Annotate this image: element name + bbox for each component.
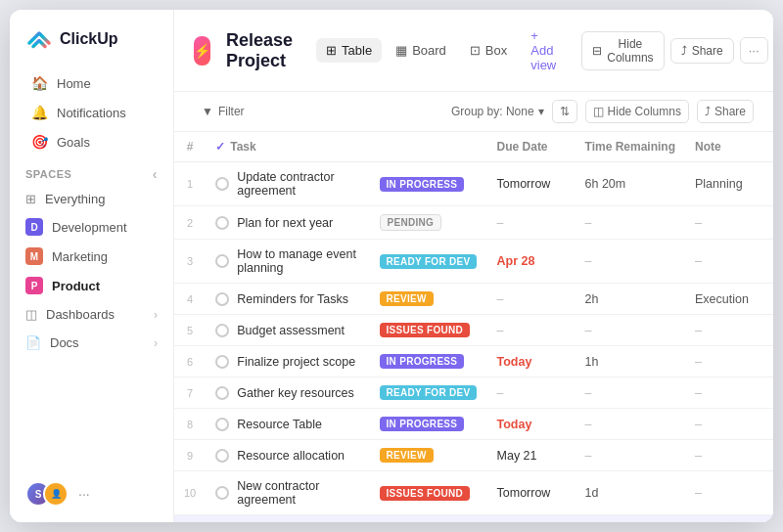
sort-button[interactable]: ⇅	[552, 100, 577, 123]
view-tabs: ⊞ Table ▦ Board ⊡ Box + Add view	[316, 23, 566, 77]
avatar-more[interactable]: ···	[78, 486, 90, 502]
spaces-collapse-icon[interactable]: ‹	[153, 166, 158, 182]
task-checkbox[interactable]	[215, 292, 229, 306]
hide-columns-button[interactable]: ⊟ Hide Columns	[581, 31, 664, 70]
row-num: 9	[174, 440, 206, 471]
row-time-remaining: –	[576, 240, 685, 284]
sidebar-item-marketing[interactable]: M Marketing	[10, 242, 173, 271]
table-row[interactable]: 1 Update contractor agreement IN PROGRES…	[174, 162, 773, 206]
share-button[interactable]: ⤴ Share	[670, 38, 734, 64]
row-due-date: May 21	[487, 440, 576, 471]
task-checkbox[interactable]	[215, 216, 229, 230]
row-time-remaining: –	[576, 206, 685, 240]
task-checkbox[interactable]	[215, 254, 229, 268]
col-time-remaining: Time Remaining	[576, 132, 685, 162]
tab-table[interactable]: ⊞ Table	[316, 38, 382, 63]
avatar-2: 👤	[43, 481, 69, 507]
task-checkbox[interactable]	[215, 418, 229, 431]
note-value: –	[695, 355, 702, 369]
row-due-date: Apr 28	[487, 240, 576, 284]
col-status	[370, 132, 487, 162]
filter-label: Filter	[218, 105, 245, 118]
note-value: –	[695, 254, 702, 268]
row-task-name: Update key objectives	[206, 515, 369, 523]
sidebar-item-product[interactable]: P Product	[10, 271, 173, 300]
group-by-button[interactable]: Group by: None ▾	[451, 105, 544, 118]
note-value: –	[695, 486, 702, 500]
row-time-remaining: 1h	[576, 346, 685, 377]
due-date-value: –	[497, 292, 504, 306]
row-num: 4	[174, 284, 206, 315]
task-checkbox[interactable]	[215, 355, 229, 369]
table-row[interactable]: 6 Finalize project scope IN PROGRESS Tod…	[174, 346, 773, 377]
table-row[interactable]: 10 New contractor agreement ISSUES FOUND…	[174, 471, 773, 515]
hide-columns-toolbar-button[interactable]: ◫ Hide Columns	[585, 100, 689, 123]
board-icon: ▦	[395, 43, 407, 58]
row-num: 3	[174, 240, 206, 284]
task-name-text: New contractor agreement	[237, 479, 359, 507]
time-value: 1d	[585, 486, 599, 500]
row-time-remaining: 6h 20m	[576, 162, 685, 206]
sidebar-item-everything[interactable]: ⊞ Everything	[10, 186, 173, 212]
task-checkbox[interactable]	[215, 486, 229, 500]
table-row[interactable]: 8 Resource Table IN PROGRESS Today – –	[174, 409, 773, 440]
status-badge: READY FOR DEV	[380, 385, 478, 400]
due-date-value: –	[497, 216, 504, 230]
table-icon: ⊞	[326, 43, 337, 58]
check-icon: ✓	[215, 140, 225, 154]
table-row[interactable]: 3 How to manage event planning READY FOR…	[174, 240, 773, 284]
filter-button[interactable]: ▼ Filter	[194, 101, 253, 122]
task-checkbox[interactable]	[215, 449, 229, 463]
tab-box[interactable]: ⊡ Box	[460, 38, 517, 63]
time-value: –	[585, 449, 592, 463]
row-time-remaining: –	[576, 315, 685, 346]
app-window: ClickUp 🏠 Home 🔔 Notifications 🎯 Goals S…	[10, 10, 773, 522]
row-num: 10	[174, 471, 206, 515]
task-checkbox[interactable]	[215, 324, 229, 337]
task-checkbox[interactable]	[215, 386, 229, 400]
status-badge: IN PROGRESS	[380, 177, 465, 192]
row-due-date: Today	[487, 409, 576, 440]
table-row[interactable]: 4 Reminders for Tasks REVIEW – 2h Execut…	[174, 284, 773, 315]
row-due-date: –	[487, 515, 576, 523]
add-view-label: + Add view	[530, 28, 556, 72]
hide-icon: ◫	[593, 105, 604, 118]
task-name-text: How to manage event planning	[237, 247, 359, 275]
table-row[interactable]: 7 Gather key resources READY FOR DEV – –…	[174, 377, 773, 409]
due-date-value: Today	[497, 418, 532, 431]
sidebar-item-goals[interactable]: 🎯 Goals	[16, 127, 167, 156]
due-date-value: Tomorrow	[497, 486, 551, 500]
task-checkbox[interactable]	[215, 177, 229, 191]
row-status: IN PROGRESS	[370, 515, 487, 523]
row-time-remaining: –	[576, 515, 685, 523]
sidebar-item-home[interactable]: 🏠 Home	[16, 68, 167, 98]
sidebar-item-notifications[interactable]: 🔔 Notifications	[16, 98, 167, 127]
status-badge: REVIEW	[380, 448, 434, 463]
sidebar-item-everything-label: Everything	[45, 192, 105, 206]
table-row[interactable]: 2 Plan for next year PENDING – – –	[174, 206, 773, 240]
task-table-container[interactable]: # ✓ Task Due Date Time Remaining Note	[174, 132, 773, 522]
row-due-date: –	[487, 206, 576, 240]
time-value: –	[585, 254, 592, 268]
status-badge: READY FOR DEV	[380, 254, 478, 269]
row-note: –	[685, 409, 773, 440]
share-toolbar-button[interactable]: ⤴ Share	[697, 100, 754, 123]
row-status: IN PROGRESS	[370, 346, 487, 377]
table-row[interactable]: 9 Resource allocation REVIEW May 21 – –	[174, 440, 773, 471]
table-row[interactable]: 11 Update key objectives IN PROGRESS – –…	[174, 515, 773, 523]
row-note: –	[685, 515, 773, 523]
table-header-row: # ✓ Task Due Date Time Remaining Note	[174, 132, 773, 162]
sidebar-item-development[interactable]: D Development	[10, 212, 173, 242]
row-note: Planning	[685, 162, 773, 206]
sidebar-item-notifications-label: Notifications	[57, 106, 126, 120]
tab-board[interactable]: ▦ Board	[386, 38, 456, 63]
sidebar-item-docs[interactable]: 📄 Docs ›	[10, 329, 173, 357]
status-badge: REVIEW	[380, 291, 434, 306]
more-options-button[interactable]: ···	[740, 37, 768, 64]
col-note: Note	[685, 132, 773, 162]
add-view-button[interactable]: + Add view	[521, 23, 566, 77]
sidebar-item-dashboards[interactable]: ◫ Dashboards ›	[10, 300, 173, 329]
table-row[interactable]: 5 Budget assessment ISSUES FOUND – – –	[174, 315, 773, 346]
group-by-chevron: ▾	[538, 105, 544, 118]
sidebar-item-home-label: Home	[57, 76, 91, 91]
